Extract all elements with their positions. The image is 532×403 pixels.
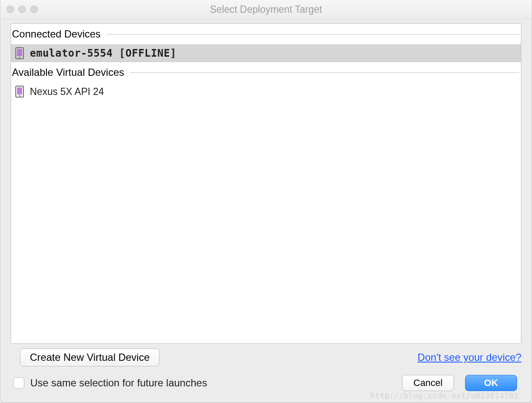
create-new-virtual-device-button[interactable]: Create New Virtual Device <box>20 348 159 366</box>
device-list-pane: Connected Devices emulator-5554 [OFFLINE… <box>11 23 521 344</box>
phone-icon <box>15 86 24 98</box>
device-row-nexus-5x[interactable]: Nexus 5X API 24 <box>11 83 521 101</box>
group-label-available: Available Virtual Devices <box>12 66 124 78</box>
window-controls <box>6 6 38 13</box>
cancel-button[interactable]: Cancel <box>402 375 454 391</box>
close-icon[interactable] <box>6 6 14 13</box>
titlebar: Select Deployment Target <box>0 0 532 19</box>
window-title: Select Deployment Target <box>0 4 532 15</box>
phone-icon <box>15 47 24 59</box>
group-label-connected: Connected Devices <box>12 28 101 40</box>
divider <box>107 34 519 35</box>
device-label: emulator-5554 [OFFLINE] <box>30 47 176 59</box>
help-link[interactable]: Don't see your device? <box>418 351 521 363</box>
group-header-available: Available Virtual Devices <box>11 62 521 83</box>
mid-actions-row: Create New Virtual Device Don't see your… <box>0 344 532 368</box>
group-header-connected: Connected Devices <box>11 24 521 44</box>
use-same-selection-label: Use same selection for future launches <box>30 377 207 389</box>
minimize-icon[interactable] <box>18 6 26 13</box>
use-same-selection-group[interactable]: Use same selection for future launches <box>13 377 207 389</box>
bottom-actions-row: Use same selection for future launches C… <box>0 368 532 398</box>
dialog-buttons: Cancel OK <box>402 375 517 391</box>
use-same-selection-checkbox[interactable] <box>13 377 24 389</box>
divider <box>130 72 519 73</box>
zoom-icon[interactable] <box>30 6 38 13</box>
device-label: Nexus 5X API 24 <box>30 86 104 98</box>
ok-button[interactable]: OK <box>465 375 517 391</box>
device-row-emulator-5554[interactable]: emulator-5554 [OFFLINE] <box>11 44 521 62</box>
